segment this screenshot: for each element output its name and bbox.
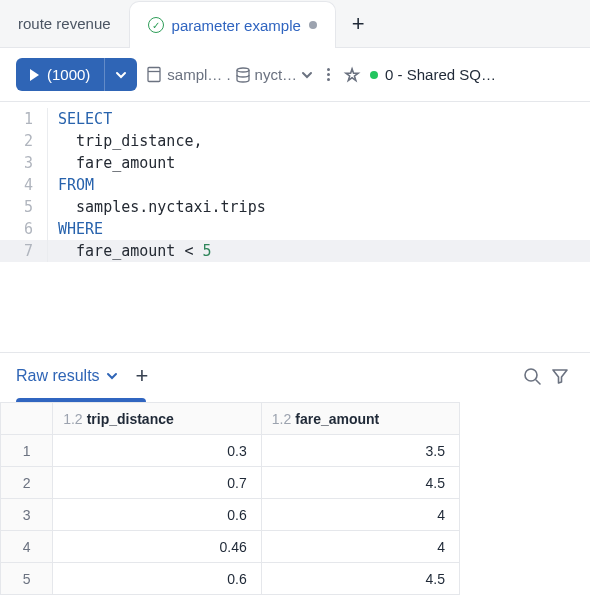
rownum-cell: 2 xyxy=(1,467,53,499)
cell: 0.7 xyxy=(53,467,262,499)
svg-line-4 xyxy=(536,380,540,384)
search-button[interactable] xyxy=(518,362,546,390)
type-tag: 1.2 xyxy=(63,411,82,427)
tab-label: route revenue xyxy=(18,15,111,32)
results-toolbar: Raw results + xyxy=(0,352,590,398)
unsaved-dot-icon xyxy=(309,21,317,29)
database-icon xyxy=(235,67,251,83)
gutter: 2 xyxy=(0,130,48,152)
run-dropdown-button[interactable] xyxy=(104,58,137,91)
svg-rect-0 xyxy=(148,68,160,82)
compute-label: 0 - Shared SQ… xyxy=(385,66,496,83)
sql-kw: WHERE xyxy=(58,220,103,238)
sql-text: trip_distance, xyxy=(58,132,203,150)
catalog-icon xyxy=(147,66,163,83)
gutter: 7 xyxy=(0,240,48,262)
gutter: 5 xyxy=(0,196,48,218)
editor-tabs: route revenue ✓ parameter example + xyxy=(0,0,590,48)
gutter: 1 xyxy=(0,108,48,130)
cell: 0.6 xyxy=(53,499,262,531)
chevron-down-icon xyxy=(106,370,118,382)
cell: 0.6 xyxy=(53,563,262,595)
sql-kw: SELECT xyxy=(58,110,112,128)
table-row[interactable]: 30.64 xyxy=(1,499,460,531)
query-toolbar: (1000) sampl… . nyct… ☆ 0 - Shared SQ… xyxy=(0,48,590,102)
chevron-down-icon xyxy=(301,69,313,81)
column-name: fare_amount xyxy=(295,411,379,427)
table-row[interactable]: 40.464 xyxy=(1,531,460,563)
rownum-cell: 4 xyxy=(1,531,53,563)
check-circle-icon: ✓ xyxy=(148,17,164,33)
tab-new-button[interactable]: + xyxy=(336,0,381,47)
sql-text: fare_amount xyxy=(58,242,184,260)
rownum-cell: 3 xyxy=(1,499,53,531)
filter-icon xyxy=(550,366,570,386)
table-row[interactable]: 20.74.5 xyxy=(1,467,460,499)
svg-point-3 xyxy=(525,369,537,381)
table-row[interactable]: 50.64.5 xyxy=(1,563,460,595)
cell: 4 xyxy=(261,499,459,531)
rownum-cell: 1 xyxy=(1,435,53,467)
chevron-down-icon xyxy=(115,69,127,81)
sql-text: fare_amount xyxy=(58,154,175,172)
gutter: 3 xyxy=(0,152,48,174)
filter-button[interactable] xyxy=(546,362,574,390)
run-button[interactable]: (1000) xyxy=(16,58,104,91)
sql-text xyxy=(193,242,202,260)
cell: 4 xyxy=(261,531,459,563)
favorite-toggle[interactable]: ☆ xyxy=(344,64,360,86)
sql-editor[interactable]: 1SELECT 2 trip_distance, 3 fare_amount 4… xyxy=(0,102,590,262)
results-tab-label: Raw results xyxy=(16,367,100,385)
rownum-cell: 5 xyxy=(1,563,53,595)
status-dot-icon xyxy=(370,71,378,79)
catalog-label: sampl… xyxy=(167,66,222,83)
compute-picker[interactable]: 0 - Shared SQ… xyxy=(370,66,496,83)
cell: 3.5 xyxy=(261,435,459,467)
run-button-group: (1000) xyxy=(16,58,137,91)
column-header-fare-amount[interactable]: 1.2fare_amount xyxy=(261,403,459,435)
play-icon xyxy=(30,69,39,81)
results-add-button[interactable]: + xyxy=(136,363,149,389)
results-table: 1.2trip_distance 1.2fare_amount 10.33.5 … xyxy=(0,402,460,595)
catalog-schema-picker[interactable]: sampl… . nyct… xyxy=(147,66,313,83)
gutter: 6 xyxy=(0,218,48,240)
search-icon xyxy=(522,366,542,386)
table-row[interactable]: 10.33.5 xyxy=(1,435,460,467)
cell: 0.3 xyxy=(53,435,262,467)
run-label: (1000) xyxy=(47,66,90,83)
picker-sep: . xyxy=(226,66,230,83)
tab-label: parameter example xyxy=(172,17,301,34)
gutter: 4 xyxy=(0,174,48,196)
cell: 4.5 xyxy=(261,563,459,595)
sql-number: 5 xyxy=(203,242,212,260)
tab-route-revenue[interactable]: route revenue xyxy=(0,0,129,47)
type-tag: 1.2 xyxy=(272,411,291,427)
schema-label: nyct… xyxy=(255,66,298,83)
column-header-trip-distance[interactable]: 1.2trip_distance xyxy=(53,403,262,435)
column-name: trip_distance xyxy=(87,411,174,427)
sql-text: samples.nyctaxi.trips xyxy=(58,198,266,216)
cell: 4.5 xyxy=(261,467,459,499)
cell: 0.46 xyxy=(53,531,262,563)
rownum-header xyxy=(1,403,53,435)
more-menu-button[interactable] xyxy=(323,64,334,85)
results-tab-raw[interactable]: Raw results xyxy=(16,355,118,397)
svg-point-2 xyxy=(237,68,249,72)
sql-kw: FROM xyxy=(58,176,94,194)
tab-parameter-example[interactable]: ✓ parameter example xyxy=(129,1,336,48)
